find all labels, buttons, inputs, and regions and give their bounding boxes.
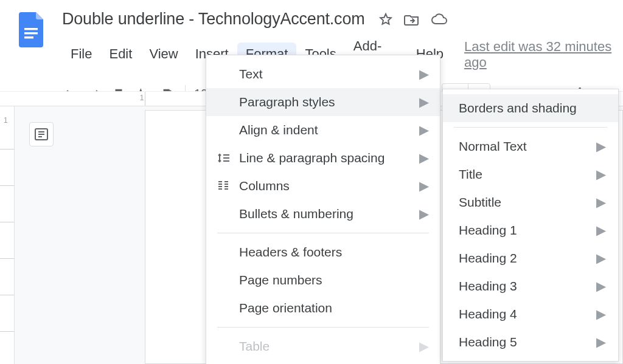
menu-file[interactable]: File xyxy=(62,43,100,67)
menu-text[interactable]: Text ▶ xyxy=(206,60,440,88)
menu-headers-footers[interactable]: Headers & footers xyxy=(206,238,440,266)
menu-columns-label: Columns xyxy=(239,179,419,193)
menu-subtitle[interactable]: Subtitle ▶ xyxy=(443,188,618,216)
menu-normal-text-label: Normal Text xyxy=(459,139,596,154)
doc-title[interactable]: Double underline - TechnologyAccent.com xyxy=(62,10,365,29)
menu-heading-2-label: Heading 2 xyxy=(459,251,596,266)
submenu-arrow-icon: ▶ xyxy=(419,151,429,165)
last-edit-link[interactable]: Last edit was 32 minutes ago xyxy=(464,39,623,70)
line-spacing-icon xyxy=(217,152,239,164)
ruler-label-1: 1 xyxy=(140,94,144,102)
menu-subtitle-label: Subtitle xyxy=(459,195,596,210)
menu-line-spacing[interactable]: Line & paragraph spacing ▶ xyxy=(206,144,440,172)
menu-normal-text[interactable]: Normal Text ▶ xyxy=(443,132,618,160)
outline-button[interactable] xyxy=(29,122,54,146)
menu-title-label: Title xyxy=(459,167,596,182)
menu-heading-2[interactable]: Heading 2 ▶ xyxy=(443,244,618,272)
menu-heading-5[interactable]: Heading 5 ▶ xyxy=(443,328,618,356)
menu-paragraph-styles-label: Paragraph styles xyxy=(239,95,419,109)
menu-page-numbers[interactable]: Page numbers xyxy=(206,266,440,294)
submenu-arrow-icon: ▶ xyxy=(419,179,429,193)
menu-paragraph-styles[interactable]: Paragraph styles ▶ xyxy=(206,88,440,116)
menu-heading-3[interactable]: Heading 3 ▶ xyxy=(443,272,618,300)
menu-heading-4-label: Heading 4 xyxy=(459,307,596,321)
menu-separator xyxy=(217,327,429,328)
vertical-ruler[interactable]: 1 xyxy=(0,106,15,364)
paragraph-styles-pane: Borders and shading Normal Text ▶ Title … xyxy=(442,89,619,362)
menu-edit[interactable]: Edit xyxy=(100,43,141,67)
menu-table[interactable]: Table ▶ xyxy=(206,332,440,360)
submenu-arrow-icon: ▶ xyxy=(596,195,606,210)
menu-bullets-numbering[interactable]: Bullets & numbering ▶ xyxy=(206,200,440,228)
menu-heading-4[interactable]: Heading 4 ▶ xyxy=(443,300,618,328)
submenu-arrow-icon: ▶ xyxy=(419,95,429,109)
docs-logo[interactable] xyxy=(17,4,47,46)
menu-bullets-label: Bullets & numbering xyxy=(239,207,419,221)
menu-align-indent-label: Align & indent xyxy=(239,123,419,137)
menu-table-label: Table xyxy=(239,339,419,354)
submenu-arrow-icon: ▶ xyxy=(419,207,429,221)
submenu-arrow-icon: ▶ xyxy=(596,335,606,349)
menu-title[interactable]: Title ▶ xyxy=(443,160,618,188)
submenu-arrow-icon: ▶ xyxy=(596,167,606,182)
menu-view[interactable]: View xyxy=(141,43,186,67)
format-menu-pane: Text ▶ Paragraph styles ▶ Align & indent… xyxy=(206,55,440,364)
menu-borders-shading[interactable]: Borders and shading xyxy=(443,94,618,122)
move-icon[interactable] xyxy=(404,12,420,27)
menu-page-orientation-label: Page orientation xyxy=(239,301,429,315)
vruler-label-1: 1 xyxy=(4,116,8,125)
svg-rect-2 xyxy=(24,36,33,38)
svg-rect-1 xyxy=(24,32,38,34)
columns-icon xyxy=(217,180,239,191)
svg-rect-0 xyxy=(24,28,38,30)
menu-page-orientation[interactable]: Page orientation xyxy=(206,294,440,322)
submenu-arrow-icon: ▶ xyxy=(596,251,606,266)
menu-headers-footers-label: Headers & footers xyxy=(239,245,429,259)
submenu-arrow-icon: ▶ xyxy=(596,223,606,238)
submenu-arrow-icon: ▶ xyxy=(596,139,606,154)
cloud-saved-icon[interactable] xyxy=(431,13,448,26)
menu-text-label: Text xyxy=(239,67,419,81)
menu-columns[interactable]: Columns ▶ xyxy=(206,172,440,200)
menu-separator xyxy=(217,233,429,233)
submenu-arrow-icon: ▶ xyxy=(419,339,429,354)
submenu-arrow-icon: ▶ xyxy=(596,307,606,321)
menu-heading-3-label: Heading 3 xyxy=(459,279,596,294)
menu-page-numbers-label: Page numbers xyxy=(239,273,429,287)
menu-heading-1-label: Heading 1 xyxy=(459,223,596,238)
menu-align-indent[interactable]: Align & indent ▶ xyxy=(206,116,440,144)
submenu-arrow-icon: ▶ xyxy=(419,123,429,137)
star-icon[interactable] xyxy=(378,12,393,27)
title-row: Double underline - TechnologyAccent.com xyxy=(62,10,623,29)
google-docs-window: Double underline - TechnologyAccent.com xyxy=(0,0,623,364)
menu-separator xyxy=(454,127,607,128)
submenu-arrow-icon: ▶ xyxy=(419,67,429,81)
menu-heading-5-label: Heading 5 xyxy=(459,335,596,349)
submenu-arrow-icon: ▶ xyxy=(596,279,606,294)
menu-line-spacing-label: Line & paragraph spacing xyxy=(239,151,419,165)
menu-borders-shading-label: Borders and shading xyxy=(459,101,606,115)
menu-heading-1[interactable]: Heading 1 ▶ xyxy=(443,216,618,244)
